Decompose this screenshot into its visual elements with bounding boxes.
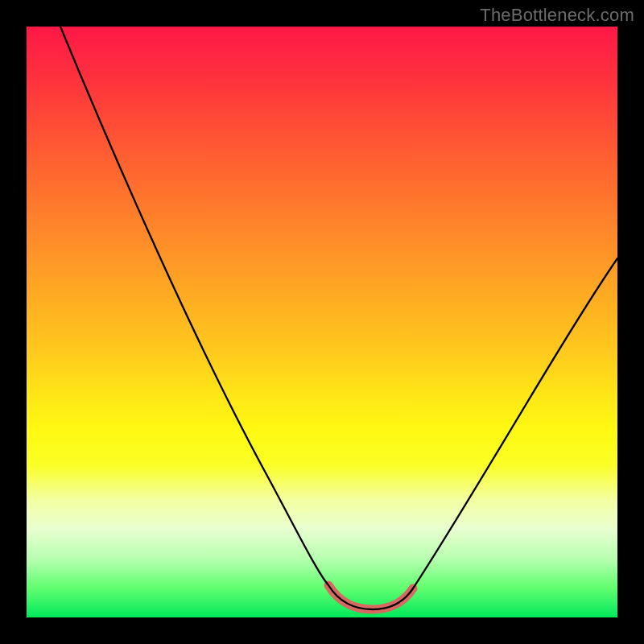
valley-highlight [328,585,413,609]
curve-layer [27,27,617,617]
bottleneck-curve [60,27,617,609]
plot-area [27,27,617,617]
chart-frame: TheBottleneck.com [0,0,644,644]
watermark-text: TheBottleneck.com [480,5,634,26]
